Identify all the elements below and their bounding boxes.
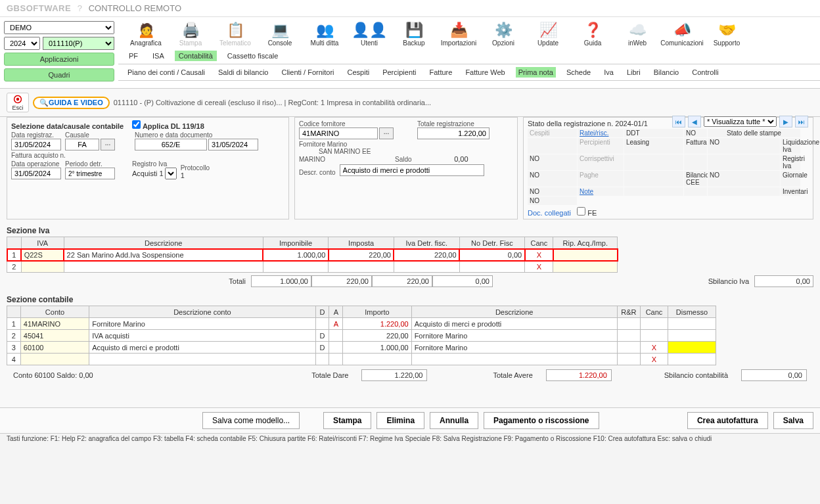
subtab-percipienti[interactable]: Percipienti (380, 67, 419, 78)
salva-button[interactable]: Salva (773, 412, 813, 429)
nav-next[interactable]: ▶ (779, 116, 792, 127)
cont-d[interactable]: D (315, 330, 329, 342)
cont-canc[interactable]: X (641, 354, 668, 365)
help-q[interactable]: ? (78, 3, 82, 13)
iva-detr[interactable]: 220,00 (394, 249, 459, 261)
cont-canc[interactable] (641, 318, 668, 330)
remote-control[interactable]: CONTROLLO REMOTO (89, 3, 181, 13)
cont-descr-conto[interactable]: Acquisto di merci e prodotti (89, 342, 315, 354)
cont-descr-conto[interactable]: IVA acquisti (89, 330, 315, 342)
subtab-fatture-web[interactable]: Fatture Web (463, 67, 507, 78)
cont-dismesso[interactable] (668, 354, 716, 365)
iva-imp[interactable] (263, 261, 329, 273)
cont-desc[interactable]: Fornitore Marino (411, 342, 617, 354)
ribbon-console[interactable]: 💻Console (258, 21, 302, 47)
subtab-controlli[interactable]: Controlli (689, 67, 721, 78)
periodo-detr-input[interactable] (65, 168, 115, 179)
iva-rip[interactable] (553, 261, 618, 273)
ribbon-multi ditta[interactable]: 👥Multi ditta (302, 21, 347, 47)
iva-imposta[interactable]: 220,00 (329, 249, 394, 261)
iva-canc[interactable]: X (525, 261, 553, 273)
subtab-iva[interactable]: Iva (601, 67, 616, 78)
cont-rr[interactable] (617, 318, 640, 330)
data-reg-input[interactable] (11, 139, 61, 150)
applicazioni-button[interactable]: Applicazioni (4, 53, 114, 66)
ribbon-comunicazioni[interactable]: 📣Comunicazioni (660, 21, 704, 47)
cod-forn-input[interactable] (299, 127, 378, 139)
cont-d[interactable] (315, 318, 329, 330)
cont-rr[interactable] (617, 330, 640, 342)
subtab-fatture[interactable]: Fatture (427, 67, 455, 78)
cont-canc[interactable] (641, 330, 668, 342)
subtab-prima-nota[interactable]: Prima nota (516, 67, 556, 78)
cont-conto[interactable]: 45041 (20, 330, 89, 342)
cont-imp[interactable] (343, 354, 411, 365)
quadri-button[interactable]: Quadri (4, 68, 114, 81)
cont-desc[interactable]: Acquisto di merci e prodotti (411, 318, 617, 330)
iva-rip[interactable] (553, 249, 618, 261)
ribbon-anagrafica[interactable]: 🙍Anagrafica (124, 21, 168, 47)
subtab-libri[interactable]: Libri (624, 67, 643, 78)
cont-imp[interactable]: 220,00 (343, 330, 411, 342)
fe-check[interactable] (577, 207, 585, 216)
cont-descr-conto[interactable] (89, 354, 315, 365)
numdoc-input[interactable] (135, 139, 207, 150)
iva-imposta[interactable] (329, 261, 394, 273)
iva-code[interactable] (21, 261, 64, 273)
cont-conto[interactable]: 41MARINO (20, 318, 89, 330)
salva-modello-button[interactable]: Salva come modello... (202, 412, 300, 429)
datadoc-input[interactable] (208, 139, 258, 150)
guida-video-button[interactable]: 🔍GUIDA E VIDEO (33, 97, 110, 109)
nav-prev[interactable]: ◀ (688, 116, 701, 127)
cont-dismesso[interactable] (668, 318, 716, 330)
cont-imp[interactable]: 1.000,00 (343, 342, 411, 354)
causale-lookup[interactable]: ... (101, 139, 115, 150)
cont-rr[interactable] (617, 354, 640, 365)
subtab-clienti-fornitori[interactable]: Clienti / Fornitori (279, 67, 336, 78)
cont-dismesso[interactable] (668, 342, 716, 354)
iva-grid[interactable]: IVADescrizioneImponibileImpostaIva Detr.… (7, 237, 618, 273)
company-select[interactable]: DEMO (4, 21, 114, 34)
code-select[interactable]: 011110(P) (43, 37, 114, 50)
iva-descr[interactable] (64, 261, 263, 273)
iva-canc[interactable]: X (525, 249, 553, 261)
pag-risc-button[interactable]: Pagamento o riscossione (484, 412, 599, 429)
ribbon-inweb[interactable]: ☁️inWeb (615, 21, 660, 47)
subtab-piano-dei-conti-causali[interactable]: Piano dei conti / Causali (125, 67, 208, 78)
cont-conto[interactable] (20, 354, 89, 365)
ribbon-supporto[interactable]: 🤝Supporto (704, 21, 749, 47)
iva-descr[interactable]: 22 San Marino Add.Iva Sospensione (64, 249, 263, 261)
subtab-cespiti[interactable]: Cespiti (345, 67, 373, 78)
applica-dl-check[interactable] (132, 120, 141, 129)
ribbon-guida[interactable]: ❓Guida (570, 21, 615, 47)
cont-dismesso[interactable] (668, 330, 716, 342)
esci-button[interactable]: ⦿ Esci (7, 93, 29, 112)
cont-descr-conto[interactable]: Fornitore Marino (89, 318, 315, 330)
annulla-button[interactable]: Annulla (430, 412, 478, 429)
year-select[interactable]: 2024 (4, 37, 40, 50)
ribbon-update[interactable]: 📈Update (526, 21, 570, 47)
tab-cassetto fiscale[interactable]: Cassetto fiscale (223, 51, 283, 61)
ribbon-utenti[interactable]: 👤👤Utenti (347, 21, 392, 47)
stampa-button[interactable]: Stampa (323, 412, 371, 429)
cont-imp[interactable]: 1.220,00 (343, 318, 411, 330)
iva-nodetr[interactable] (459, 261, 525, 273)
causale-input[interactable] (65, 139, 99, 150)
descr-conto-input[interactable] (340, 164, 484, 176)
stato-cell[interactable]: Ratei/risc. (578, 129, 624, 137)
cont-desc[interactable] (411, 354, 617, 365)
cont-desc[interactable]: Fornitore Marino (411, 330, 617, 342)
cont-a[interactable]: A (329, 318, 343, 330)
iva-code[interactable]: Q22S (21, 249, 64, 261)
ribbon-opzioni[interactable]: ⚙️Opzioni (481, 21, 526, 47)
stato-cell[interactable]: Note (578, 187, 624, 196)
cont-a[interactable] (329, 354, 343, 365)
crea-autofattura-button[interactable]: Crea autofattura (687, 412, 768, 429)
subtab-saldi-di-bilancio[interactable]: Saldi di bilancio (216, 67, 271, 78)
registro-iva-select[interactable] (165, 168, 177, 179)
iva-imp[interactable]: 1.000,00 (263, 249, 329, 261)
cont-conto[interactable]: 60100 (20, 342, 89, 354)
tot-reg-input[interactable] (417, 127, 490, 139)
cont-a[interactable] (329, 330, 343, 342)
cod-forn-lookup[interactable]: ... (379, 127, 394, 139)
